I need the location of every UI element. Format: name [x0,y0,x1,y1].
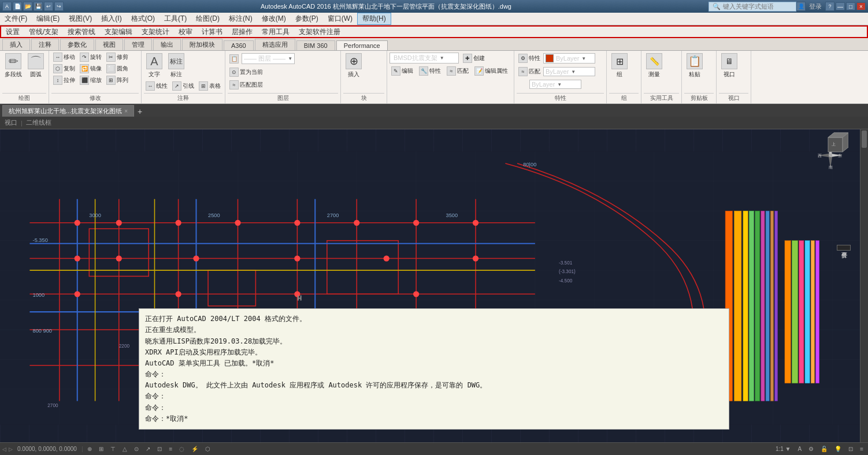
linear-btn[interactable]: ↔ 线性 [144,81,169,91]
snap-btn[interactable]: ⊕ [85,446,94,452]
menu-file[interactable]: 文件(F) [0,13,32,25]
bmsd-dropdown[interactable]: BMSD抗震支架 ▼ [390,53,459,64]
menu-format[interactable]: 格式(O) [127,13,159,25]
doc-tab-close-icon[interactable]: × [124,108,128,114]
bmsd-match-btn[interactable]: ≈ 匹配 [445,66,470,76]
lock-btn[interactable]: 🔓 [818,446,830,452]
rotate-btn[interactable]: ↷ 旋转 [78,52,103,62]
linetype-dropdown[interactable]: ByLayer ▼ [543,67,595,76]
menu-insert[interactable]: 插入(I) [97,13,126,25]
autocad-icon[interactable]: A [2,2,12,11]
redo-icon[interactable]: ↪ [54,2,64,11]
tab-insert[interactable]: 插入 [2,39,30,50]
plugin-pipe-support[interactable]: 管线/支架 [24,27,63,37]
tab-featured[interactable]: 精选应用 [255,39,295,50]
tab-annotate[interactable]: 注释 [31,39,59,50]
leader-btn[interactable]: ↗ 引线 [170,81,196,91]
menu-annotate[interactable]: 标注(N) [224,13,257,25]
vertical-scrollbar[interactable] [860,129,868,447]
layer-set-current-btn[interactable]: ⊙ 置为当前 [228,67,265,77]
menu-tools[interactable]: 工具(T) [159,13,191,25]
move-btn[interactable]: ↔ 移动 [51,52,77,62]
paste-btn[interactable]: 📋 粘贴 [684,52,705,80]
tab-addins[interactable]: 附加模块 [182,39,222,50]
insert-btn[interactable]: ⊕ 插入 [343,52,364,80]
menu-params[interactable]: 参数(P) [291,13,323,25]
menu-modify[interactable]: 修改(M) [257,13,291,25]
text-btn[interactable]: A 文字 [144,52,165,80]
open-icon[interactable]: 📂 [23,2,32,11]
match-layer-btn[interactable]: ≈ 匹配图层 [228,80,265,90]
tab-bim360[interactable]: BIM 360 [296,40,335,50]
multiline-btn[interactable]: ✏ 多段线 [2,52,24,80]
workspace-btn[interactable]: ⚙ [806,446,816,452]
annotation-visibility[interactable]: A [795,446,804,452]
undo-icon[interactable]: ↩ [44,2,53,11]
fold-panel[interactable]: 可折叠 [837,245,851,251]
customize-btn[interactable]: ≡ [858,446,866,452]
close-button[interactable]: × [856,2,866,10]
plugin-support-stats[interactable]: 支架统计 [137,27,174,37]
mirror-btn[interactable]: 🔁 镜像 [78,64,103,74]
viewport-btn[interactable]: 🖥 视口 [719,52,740,80]
stretch-btn[interactable]: ↕ 拉伸 [51,75,77,85]
new-icon[interactable]: 📄 [13,2,22,11]
trim-btn[interactable]: ✂ 修剪 [105,52,130,62]
selection-btn[interactable]: ⬡ [203,446,213,452]
tab-performance[interactable]: Performance [336,40,388,50]
tab-manage[interactable]: 管理 [124,39,152,50]
command-area[interactable]: 正在打开 AutoCAD 2004/LT 2004 格式的文件。 正在重生成模型… [139,308,729,430]
lineweight-dropdown[interactable]: ByLayer ▼ [529,80,581,89]
annotation-scale[interactable]: 1:1 ▼ [773,446,793,452]
user-icon[interactable]: 👤 [796,2,806,11]
menu-view[interactable]: 视图(V) [64,13,97,25]
coords-display[interactable]: 0.0000, 0.0000, 0.0000 [15,446,79,452]
menu-window[interactable]: 窗口(W) [323,13,357,25]
tab-parametric[interactable]: 参数化 [60,39,94,50]
layer-props-btn[interactable]: 📋 [228,54,240,64]
plugin-common-tools[interactable]: 常用工具 [257,27,294,37]
maximize-button[interactable]: □ [846,2,855,10]
bmsd-properties-btn[interactable]: 🔧 特性 [417,66,443,76]
copy-btn[interactable]: ⬡ 复制 [51,64,77,74]
view-viewport[interactable]: 视口 [2,118,20,127]
polar-btn[interactable]: △ [120,446,129,452]
bmsd-edit-props-btn[interactable]: 📝 编辑属性 [473,66,510,76]
nav-back-icon[interactable]: ◁ [2,446,6,452]
arc-btn[interactable]: ⌒ 圆弧 [25,52,46,80]
group-btn[interactable]: ⊞ 组 [609,52,630,80]
quickprops-btn[interactable]: ⚡ [189,446,201,452]
properties-panel-btn[interactable]: ⚙ 特性 [517,53,542,64]
plugin-calc-book[interactable]: 计算书 [197,27,227,37]
viewcube[interactable]: 上 [825,132,848,156]
tab-output[interactable]: 输出 [153,39,181,50]
fullscreen-btn[interactable]: ⊡ [846,446,855,452]
osnap-btn[interactable]: ⊙ [132,446,141,452]
scrollbar-thumb-v[interactable] [862,130,867,148]
plugin-search-pipe[interactable]: 搜索管线 [63,27,100,37]
tab-view[interactable]: 视图 [95,39,123,50]
info-icon[interactable]: ? [825,2,834,11]
tab-a360[interactable]: A360 [224,40,254,50]
bmsd-create-btn[interactable]: ✚ 创建 [461,53,487,64]
fillet-btn[interactable]: ⬜ 圆角 [105,64,130,74]
doc-tab-current[interactable]: 杭州旭辉莱山北干地...抗震支架深化图纸 × [2,105,134,117]
isolate-btn[interactable]: 💡 [832,446,844,452]
dim-btn[interactable]: 标注 标注 [166,52,187,80]
match-properties-btn[interactable]: ≈ 匹配 [517,66,542,77]
dynin-btn[interactable]: ⊡ [155,446,164,452]
bmsd-edit-btn[interactable]: ✎ 编辑 [390,66,415,76]
nav-fwd-icon[interactable]: ▷ [9,446,13,452]
menu-edit[interactable]: 编辑(E) [32,13,64,25]
grid-btn[interactable]: ⊞ [97,446,106,452]
save-icon[interactable]: 💾 [34,2,43,11]
layer-dropdown[interactable]: —— 图层 —— ▼ [242,53,295,64]
search-bar[interactable]: 🔍 [709,2,796,12]
minimize-button[interactable]: — [836,2,845,10]
plugin-settings[interactable]: 设置 [1,27,24,37]
menu-help[interactable]: 帮助(H) [357,13,391,25]
search-input[interactable] [723,3,792,10]
lineweight-btn[interactable]: ≡ [166,446,175,452]
login-label[interactable]: 登录 [809,2,822,11]
table-btn[interactable]: ⊞ 表格 [197,81,222,91]
